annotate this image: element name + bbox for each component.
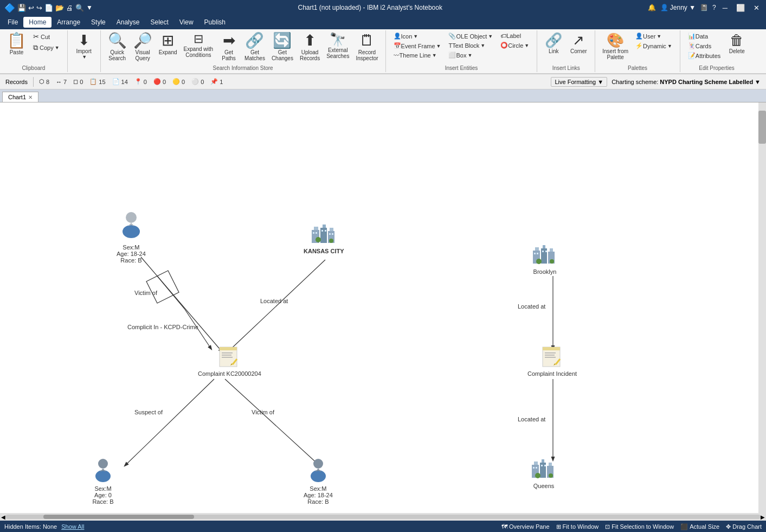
main-canvas[interactable]: Sex:MAge: 18-24Race: B xyxy=(0,102,766,513)
expand-button[interactable]: ⊞ Expand xyxy=(156,31,180,57)
event-frame-button[interactable]: 📅 Event Frame ▼ xyxy=(390,41,445,50)
vertical-scrollbar[interactable] xyxy=(758,102,766,513)
menu-file[interactable]: File xyxy=(2,17,23,28)
cards-icon: 🃏 xyxy=(688,42,696,49)
menu-view[interactable]: View xyxy=(174,17,199,28)
svg-line-0 xyxy=(141,257,222,352)
delete-button[interactable]: 🗑 Delete xyxy=(725,31,749,56)
menu-select[interactable]: Select xyxy=(145,17,173,28)
fit-selection-button[interactable]: ⊡ Fit Selection to Window xyxy=(605,523,674,530)
node-brooklyn[interactable]: Brooklyn xyxy=(531,241,558,275)
menu-home[interactable]: Home xyxy=(23,17,52,28)
svg-rect-61 xyxy=(542,459,544,463)
insert-palette-button[interactable]: 🎨 Insert fromPalette xyxy=(600,31,631,62)
svg-point-10 xyxy=(123,225,140,238)
label-button[interactable]: 🏷 Label xyxy=(497,31,532,40)
theme-line-button[interactable]: 〰 Theme Line ▼ xyxy=(390,51,445,60)
svg-rect-13 xyxy=(314,227,318,230)
quick-search-button[interactable]: 🔍 QuickSearch xyxy=(105,31,130,63)
node-queens[interactable]: Queens xyxy=(530,455,557,489)
link-button[interactable]: 🔗 Link xyxy=(542,31,565,56)
visual-query-button[interactable]: 🔎 VisualQuery xyxy=(131,31,155,63)
notification-icon[interactable]: 🔔 xyxy=(648,4,656,11)
overview-pane-button[interactable]: 🗺 Overview Pane xyxy=(501,523,550,530)
scheme-arrow[interactable]: ▼ xyxy=(755,79,761,85)
scroll-right-arrow[interactable]: ▶ xyxy=(761,514,765,520)
menu-analyse[interactable]: Analyse xyxy=(111,17,145,28)
attributes-button[interactable]: 📝 Attributes xyxy=(685,51,724,60)
help-icon[interactable]: ? xyxy=(712,4,716,11)
notebook-icon[interactable]: 📓 xyxy=(700,4,708,11)
chart1-tab[interactable]: Chart1 ✕ xyxy=(2,92,38,102)
menu-style[interactable]: Style xyxy=(86,17,111,28)
live-formatting-button[interactable]: Live Formatting ▼ xyxy=(551,77,607,87)
get-changes-icon: 🔄 xyxy=(273,33,292,48)
cards-button[interactable]: 🃏 Cards xyxy=(685,41,724,50)
scroll-left-arrow[interactable]: ◀ xyxy=(1,514,5,520)
circle-button[interactable]: ⭕ Circle ▼ xyxy=(497,41,532,50)
dynamic-palette-button[interactable]: ⚡ Dynamic ▼ xyxy=(632,41,675,50)
show-all-button[interactable]: Show All xyxy=(61,523,84,530)
restore-button[interactable]: ⬜ xyxy=(734,4,747,12)
get-matches-button[interactable]: 🔗 GetMatches xyxy=(242,31,268,63)
open-icon[interactable]: 📂 xyxy=(55,4,64,12)
copy-button[interactable]: ⧉Copy ▼ xyxy=(30,42,63,53)
horizontal-scrollbar[interactable]: ◀ ▶ xyxy=(0,513,766,521)
expand-conditions-button[interactable]: ⊟ Expand withConditions xyxy=(181,31,216,60)
cut-copy-col: ✂Cut ⧉Copy ▼ xyxy=(30,31,63,53)
get-changes-button[interactable]: 🔄 GetChanges xyxy=(269,31,296,63)
customize-icon[interactable]: ▼ xyxy=(86,4,93,11)
user-palette-button[interactable]: 👤 User ▼ xyxy=(632,31,675,41)
menu-publish[interactable]: Publish xyxy=(199,17,231,28)
ole-object-button[interactable]: 📎 OLE Object ▼ xyxy=(445,31,496,41)
scroll-track[interactable] xyxy=(5,515,761,519)
box-button[interactable]: ⬜ Box ▼ xyxy=(445,50,496,60)
expand-icon: ⊞ xyxy=(162,33,174,48)
fit-to-window-button[interactable]: ⊞ Fit to Window xyxy=(556,523,599,530)
paste-button[interactable]: 📋 Paste xyxy=(4,31,29,57)
drag-chart-button[interactable]: ✥ Drag Chart xyxy=(726,523,762,530)
user-label[interactable]: 👤 Jenny ▼ xyxy=(660,4,696,11)
tab-bar: Chart1 ✕ xyxy=(0,89,766,102)
actual-size-button[interactable]: ⬛ Actual Size xyxy=(680,523,719,530)
palettes-label: Palettes xyxy=(628,63,647,71)
icon-entity-button[interactable]: 👤 Icon ▼ xyxy=(390,31,445,41)
undo-icon[interactable]: ↩ xyxy=(28,4,34,12)
links-buttons: 🔗 Link ↗ Corner xyxy=(542,31,590,63)
close-button[interactable]: ✕ xyxy=(751,4,762,12)
node-person2[interactable]: Sex:MAge: 0Race: B xyxy=(92,458,114,505)
menu-arrange[interactable]: Arrange xyxy=(52,17,86,28)
data-button[interactable]: 📊 Data xyxy=(685,31,724,41)
node-person3[interactable]: Sex:MAge: 18-24Race: B xyxy=(304,458,333,505)
chart1-tab-close[interactable]: ✕ xyxy=(28,94,33,100)
corner-button[interactable]: ↗ Corner xyxy=(567,31,590,56)
upload-records-button[interactable]: ⬆ UploadRecords xyxy=(297,31,323,63)
svg-point-25 xyxy=(329,239,333,243)
quick-search-icon: 🔍 xyxy=(108,33,127,48)
record-inspector-button[interactable]: 🗒 RecordInspector xyxy=(353,31,381,63)
minimize-button[interactable]: ─ xyxy=(720,4,730,12)
redo-icon[interactable]: ↪ xyxy=(36,4,42,12)
text-block-button[interactable]: T Text Block ▼ xyxy=(445,41,496,50)
entities-icon: ⬡ xyxy=(39,78,44,85)
records-button[interactable]: Records xyxy=(3,78,30,86)
import-button[interactable]: ⬇ Import ▼ xyxy=(72,31,96,61)
scroll-thumb[interactable] xyxy=(43,515,195,519)
find-icon[interactable]: 🔍 xyxy=(75,4,84,12)
node-kansascity[interactable]: KANSAS CITY xyxy=(304,219,344,254)
vertical-scroll-thumb[interactable] xyxy=(758,111,766,144)
node-complaint[interactable]: Complaint KC20000204 xyxy=(198,344,261,377)
clipboard-buttons: 📋 Paste ✂Cut ⧉Copy ▼ xyxy=(4,31,63,63)
external-searches-button[interactable]: 🔭 ExternalSearches xyxy=(324,31,352,61)
actual-size-icon: ⬛ xyxy=(680,523,688,530)
cut-button[interactable]: ✂Cut xyxy=(30,31,63,42)
theme-line-icon: 〰 xyxy=(394,52,400,59)
expand-conditions-label: Expand withConditions xyxy=(184,46,213,58)
print-icon[interactable]: 🖨 xyxy=(66,4,73,12)
new-icon[interactable]: 📄 xyxy=(44,4,53,12)
get-paths-button[interactable]: ➡ GetPaths xyxy=(217,31,241,63)
save-icon[interactable]: 💾 xyxy=(17,4,26,12)
node-complaint-incident[interactable]: Complaint Incident xyxy=(527,344,577,377)
upload-records-icon: ⬆ xyxy=(304,33,316,48)
node-person1[interactable]: Sex:MAge: 18-24Race: B xyxy=(117,211,146,264)
